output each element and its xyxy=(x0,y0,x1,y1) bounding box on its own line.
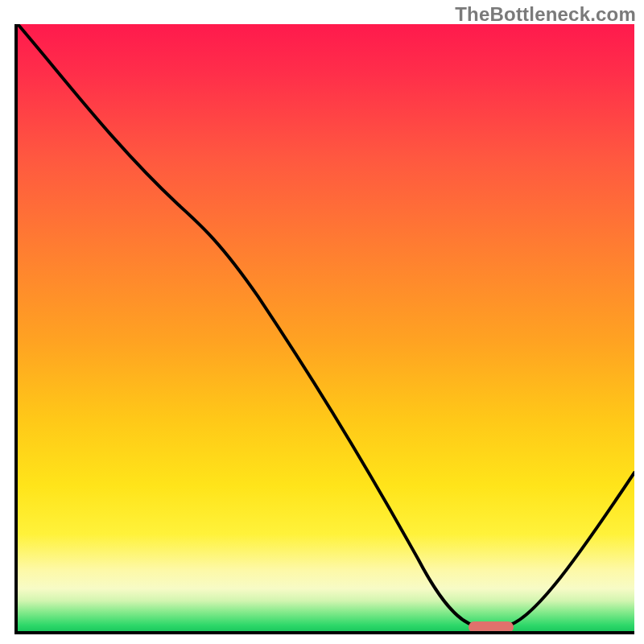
watermark-text: TheBottleneck.com xyxy=(455,3,636,26)
curve-layer xyxy=(18,24,634,631)
chart-canvas: TheBottleneck.com xyxy=(0,0,644,644)
bottleneck-curve xyxy=(18,24,634,626)
optimal-range-marker xyxy=(469,621,514,633)
plot-area xyxy=(14,24,634,634)
